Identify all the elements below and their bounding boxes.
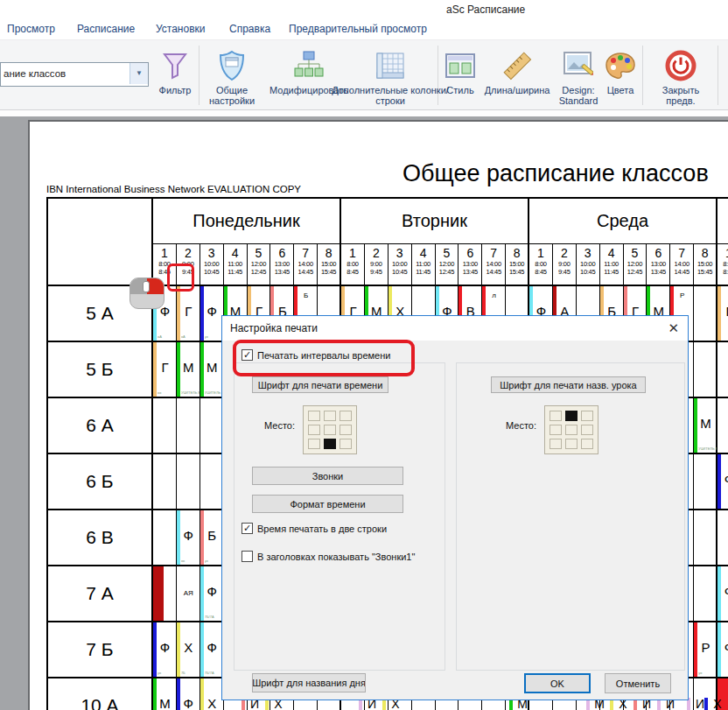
- lesson-cell: Був: [200, 510, 224, 565]
- checkbox-time-two-lines-label: Время печатать в две строки: [257, 524, 387, 534]
- period-header-cell: 613:0013:45: [270, 244, 294, 286]
- lesson-tiny-text: ув: [205, 559, 223, 563]
- position-cell[interactable]: [324, 411, 336, 421]
- evaluation-watermark: IBN International Business Network EVALU…: [46, 184, 301, 194]
- lesson-letter: Ф: [718, 472, 728, 487]
- design-button[interactable]: Design: Standard: [553, 46, 604, 106]
- tab-prosmotr[interactable]: Просмотр: [7, 23, 55, 35]
- timetable-cell: [200, 454, 224, 510]
- lesson-cell: Ф: [718, 622, 728, 677]
- tab-raspisanie[interactable]: Расписание: [77, 23, 135, 35]
- bells-button[interactable]: Звонки: [252, 467, 403, 485]
- lesson-tiny-text: УЧИТЕЛЬ МАТЕМАТИКИ: [205, 391, 223, 395]
- lesson-letter: АЯ: [177, 589, 200, 597]
- period-header-cell: 613:0013:45: [647, 244, 670, 286]
- mouse-right-click-annotation: [130, 278, 164, 309]
- class-row-label: 6 Б: [48, 454, 153, 510]
- position-cell[interactable]: [324, 439, 336, 449]
- position-cell[interactable]: [340, 411, 352, 421]
- period-header-cell: 512:0012:45: [624, 244, 648, 286]
- position-cell[interactable]: [581, 439, 593, 449]
- position-cell[interactable]: [308, 411, 320, 421]
- lesson-letter: Г: [177, 304, 200, 319]
- lesson-tiny-text: вв: [158, 391, 176, 395]
- position-cell[interactable]: [340, 425, 352, 435]
- timetable-cell: [153, 398, 177, 454]
- position-cell[interactable]: [565, 411, 578, 421]
- lesson-letter: Ф: [718, 640, 728, 655]
- position-cell[interactable]: [324, 425, 336, 435]
- checkbox-show-bells1[interactable]: [242, 551, 253, 562]
- colors-button[interactable]: Цвета: [602, 46, 639, 95]
- position-cell[interactable]: [550, 439, 562, 449]
- period-header-cell: 18:008:45: [529, 244, 553, 286]
- cancel-button[interactable]: Отменить: [605, 673, 671, 693]
- menu-tab-row: Просмотр Расписание Установки Справка Пр…: [0, 19, 728, 39]
- lesson-cell: МУЧИТЕЛЬ МАТЕМАТИКИ: [694, 398, 718, 453]
- dialog-title: Настройка печати: [230, 322, 318, 334]
- chevron-down-icon[interactable]: ▼: [130, 63, 148, 84]
- lesson-letter: Б: [200, 528, 224, 543]
- period-header-cell: 18:008:45: [718, 244, 728, 286]
- period-header-cell: 29:009:45: [553, 244, 577, 286]
- class-row-label: 5 Б: [48, 342, 153, 398]
- combobox-value: ание классов: [4, 68, 66, 79]
- period-header-cell: 815:0015:45: [694, 244, 718, 286]
- position-cell[interactable]: [581, 411, 593, 421]
- position-cell[interactable]: [308, 425, 320, 435]
- period-header-cell: 411:0011:45: [412, 244, 436, 286]
- period-header-cell: 512:0012:45: [436, 244, 459, 286]
- class-row-label: 6 В: [48, 510, 153, 566]
- period-header-cell: 512:0012:45: [248, 244, 271, 286]
- lesson-letter: М: [177, 360, 200, 375]
- general-settings-button[interactable]: Общие настройки: [200, 46, 264, 106]
- timetable-cell: [694, 342, 718, 398]
- lesson-letter: Г: [718, 304, 728, 319]
- lesson-letter: Ф: [200, 640, 224, 655]
- lesson-cell: Ф7Б/7А: [200, 622, 224, 677]
- additional-columns-button[interactable]: Дополнительные колонки/строки: [331, 46, 450, 106]
- window-titlebar: aSc Расписание: [0, 0, 728, 19]
- timetable-select-combobox[interactable]: ание классов ▼: [0, 62, 149, 87]
- font-for-lesson-name-button[interactable]: Шрифт для печати назв. урока: [491, 376, 646, 393]
- timetable-cell: [177, 398, 200, 454]
- lesson-name-position-grid[interactable]: [544, 405, 598, 454]
- lesson-tiny-text: 7Б: [181, 671, 200, 675]
- position-cell[interactable]: [550, 411, 562, 421]
- tab-spravka[interactable]: Справка: [229, 23, 270, 35]
- font-for-day-name-button[interactable]: Шрифт для названия дня: [252, 673, 366, 692]
- position-cell[interactable]: [565, 439, 578, 449]
- class-row-label: 6 А: [48, 398, 153, 454]
- lesson-tiny-text: 7Б/7А: [205, 615, 223, 619]
- time-format-button[interactable]: Формат времени: [252, 495, 403, 513]
- lesson-cell: Ф: [177, 678, 200, 710]
- position-cell[interactable]: [550, 425, 562, 435]
- ok-button[interactable]: OK: [524, 673, 591, 693]
- position-cell[interactable]: [340, 439, 352, 449]
- position-cell[interactable]: [565, 425, 578, 435]
- period-header-cell: 411:0011:45: [224, 244, 248, 286]
- tab-preview-active[interactable]: Предварительный просмотр: [289, 23, 427, 35]
- lesson-cell: [153, 566, 177, 621]
- period-header-cell: 815:0015:45: [318, 244, 341, 286]
- close-preview-button[interactable]: Закрыть предв. просмотр: [648, 46, 714, 116]
- dialog-titlebar[interactable]: Настройка печати ✕: [222, 316, 688, 341]
- length-width-button[interactable]: Длина/ширина: [480, 46, 555, 95]
- lesson-letter: Г: [153, 360, 177, 375]
- lesson-cell: ГвА: [177, 286, 200, 341]
- lesson-letter: Х: [200, 696, 224, 710]
- checkbox-show-bells1-label: В заголовках показывать "Звонки1": [257, 552, 415, 562]
- checkbox-time-two-lines[interactable]: ✓: [242, 523, 253, 534]
- position-cell[interactable]: [308, 439, 320, 449]
- lesson-cell: АЯ: [177, 566, 200, 621]
- tab-ustanovki[interactable]: Установки: [156, 23, 205, 35]
- lesson-cell: Фув: [153, 622, 177, 677]
- font-for-time-button[interactable]: Шрифт для печати времени: [252, 376, 388, 393]
- position-cell[interactable]: [581, 425, 593, 435]
- lesson-cell: Рув: [694, 622, 718, 677]
- period-header-cell: 815:0015:45: [506, 244, 529, 286]
- style-button[interactable]: Стиль: [439, 46, 481, 95]
- filter-button[interactable]: Фильтр: [152, 46, 198, 95]
- time-position-grid[interactable]: [303, 405, 357, 454]
- close-icon[interactable]: ✕: [668, 320, 679, 336]
